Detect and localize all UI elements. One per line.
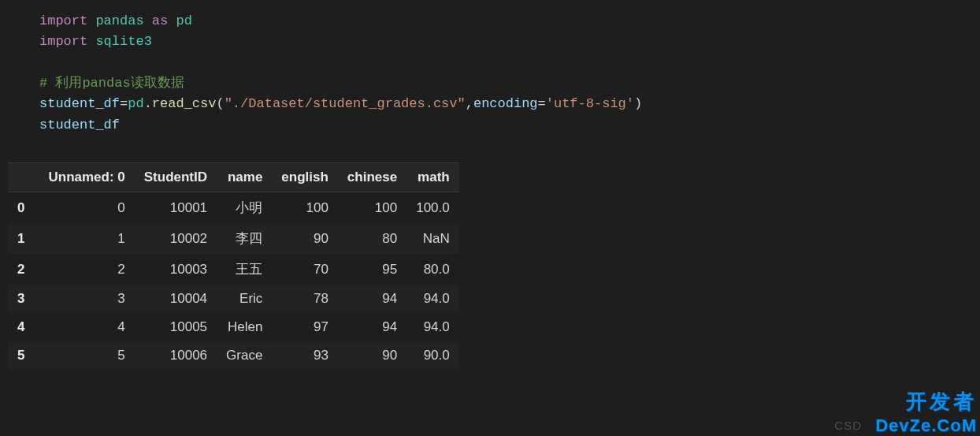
col-header: name [217, 163, 272, 192]
cell: Helen [217, 313, 272, 341]
fn-read-csv: read_csv [152, 96, 217, 111]
table-row: 1110002李四9080NaN [8, 223, 459, 254]
module-pandas: pandas [95, 13, 143, 28]
var-student-df: student_df [39, 96, 120, 111]
table-row: 2210003王五709580.0 [8, 254, 459, 285]
dataframe-table: Unnamed: 0 StudentID name english chines… [8, 162, 459, 370]
code-line-6: student_df [39, 115, 980, 136]
cell: 80 [338, 223, 406, 254]
col-header: math [406, 163, 459, 192]
col-header: Unnamed: 0 [39, 163, 134, 192]
cell: 80.0 [406, 254, 459, 285]
code-line-3 [39, 53, 980, 73]
output-area: Unnamed: 0 StudentID name english chines… [0, 148, 980, 370]
string-path: "./Dataset/student_grades.csv" [225, 96, 466, 111]
code-input[interactable]: import pandas as pd import sqlite3 # 利用p… [0, 8, 980, 148]
cell: 10004 [135, 285, 217, 313]
keyword-import: import [39, 13, 87, 28]
code-line-1: import pandas as pd [39, 11, 980, 32]
alias-pd: pd [176, 13, 191, 28]
cell: 10003 [135, 254, 217, 285]
cell: 94.0 [406, 285, 459, 313]
keyword-as: as [152, 13, 168, 28]
row-index: 1 [8, 223, 39, 254]
code-line-2: import sqlite3 [39, 32, 980, 52]
table-row: 0010001小明100100100.0 [8, 192, 459, 224]
cell: 4 [39, 313, 134, 341]
cell: 100 [272, 192, 338, 224]
row-index: 2 [8, 254, 39, 285]
kwarg-encoding: encoding [473, 96, 538, 111]
cell: NaN [406, 223, 459, 254]
cell: 90 [338, 341, 406, 370]
cell: 王五 [217, 254, 272, 285]
module-sqlite3: sqlite3 [95, 34, 151, 49]
cell: 100.0 [406, 192, 459, 224]
cell: 93 [272, 341, 338, 370]
row-index: 3 [8, 285, 39, 313]
table-row: 4410005Helen979494.0 [8, 313, 459, 341]
index-header [8, 163, 39, 192]
cell: 5 [39, 341, 134, 370]
notebook-cell: import pandas as pd import sqlite3 # 利用p… [0, 0, 980, 370]
cell: 94.0 [406, 313, 459, 341]
code-line-4: # 利用pandas读取数据 [39, 73, 980, 94]
cell: 94 [338, 285, 406, 313]
row-index: 4 [8, 313, 39, 341]
col-header: english [272, 163, 338, 192]
cell: 95 [338, 254, 406, 285]
watermark-cn: 开发者 [906, 388, 977, 416]
table-row: 3310004Eric789494.0 [8, 285, 459, 313]
cell: 70 [272, 254, 338, 285]
string-encoding: 'utf-8-sig' [546, 96, 634, 111]
cell: 97 [272, 313, 338, 341]
comment: # 利用pandas读取数据 [39, 76, 184, 91]
var-student-df: student_df [39, 117, 120, 132]
cell: 90 [272, 223, 338, 254]
col-header: StudentID [135, 163, 217, 192]
cell: Grace [217, 341, 272, 370]
cell: 10005 [135, 313, 217, 341]
row-index: 5 [8, 341, 39, 370]
cell: Eric [217, 285, 272, 313]
cell: 94 [338, 313, 406, 341]
cell: 10006 [135, 341, 217, 370]
keyword-import: import [39, 34, 87, 49]
cell: 0 [39, 192, 134, 224]
watermark-csd: CSD [834, 419, 862, 432]
watermark-en: DevZe.CoM [875, 416, 977, 436]
table-row: 5510006Grace939090.0 [8, 341, 459, 370]
cell: 2 [39, 254, 134, 285]
cell: 1 [39, 223, 134, 254]
col-header: chinese [338, 163, 406, 192]
row-index: 0 [8, 192, 39, 224]
cell: 100 [338, 192, 406, 224]
cell: 10002 [135, 223, 217, 254]
cell: 3 [39, 285, 134, 313]
cell: 10001 [135, 192, 217, 224]
table-header-row: Unnamed: 0 StudentID name english chines… [8, 163, 459, 192]
obj-pd: pd [128, 96, 143, 111]
cell: 李四 [217, 223, 272, 254]
code-line-5: student_df=pd.read_csv("./Dataset/studen… [39, 94, 980, 114]
cell: 小明 [217, 192, 272, 224]
cell: 78 [272, 285, 338, 313]
cell: 90.0 [406, 341, 459, 370]
